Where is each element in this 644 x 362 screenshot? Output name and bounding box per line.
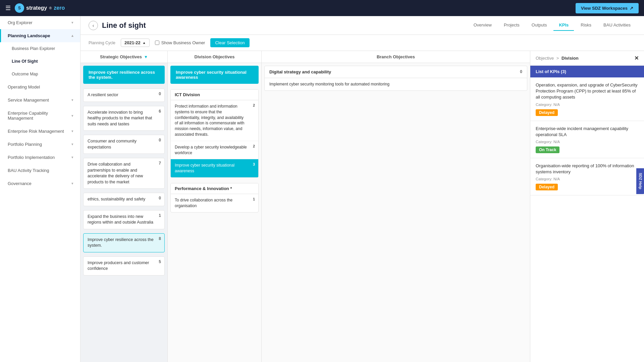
chevron-down-icon: ▾: [71, 98, 73, 102]
strategic-card-producers[interactable]: 5 Improve producers and customer confide…: [83, 256, 165, 276]
kpi-status-delayed-2: Delayed: [536, 184, 558, 190]
sidebar-item-service-management[interactable]: Service Management ▾: [0, 94, 80, 107]
ict-section-header: ICT Division: [171, 89, 258, 100]
sidebar-item-enterprise-capability[interactable]: Enterprise Capability Management ▾: [0, 107, 80, 125]
tab-outputs[interactable]: Outputs: [526, 20, 552, 31]
view-sdz-button[interactable]: View SDZ Workspaces ↗: [576, 3, 639, 13]
show-owner-input[interactable]: [155, 41, 159, 45]
strategic-objectives-column: Strategic Objectives ▼ Improve cyber res…: [80, 51, 168, 362]
kpi-close-button[interactable]: ✕: [634, 55, 639, 61]
sidebar-item-planning-landscape[interactable]: Planning Landscape ▴: [0, 29, 80, 42]
sidebar-item-governance[interactable]: Governance ▾: [0, 177, 80, 190]
kpi-breadcrumb: Objective > Division: [536, 56, 579, 61]
division-section-performance: Performance & Innovation * 1 To drive co…: [170, 183, 259, 213]
division-highlight-card[interactable]: Improve cyber security situational aware…: [170, 66, 259, 84]
div-card-cyber-awareness[interactable]: 3 Improve cyber security situational awa…: [171, 159, 258, 177]
chevron-down-icon: ▾: [71, 129, 73, 133]
strategic-card-resilient[interactable]: 0 A resilient sector: [83, 88, 165, 102]
logo-icon: S: [15, 3, 24, 13]
sdz-help-tab[interactable]: SDZ Help: [637, 168, 644, 194]
kpi-list-header: List of KPIs (3): [530, 66, 644, 77]
strategic-card-consumer[interactable]: 0 Consumer and community expectations: [83, 135, 165, 154]
tab-projects[interactable]: Projects: [498, 20, 525, 31]
logo-registered: ®: [49, 6, 52, 10]
sidebar-item-outcome-map[interactable]: Outcome Map: [0, 68, 80, 80]
sidebar-item-org-explorer[interactable]: Org Explorer ▾: [0, 16, 80, 29]
chevron-down-icon: ▾: [71, 20, 73, 25]
sidebar-item-enterprise-risk[interactable]: Enterprise Risk Management ▾: [0, 125, 80, 138]
performance-section-header: Performance & Innovation *: [171, 183, 258, 194]
chevron-up-icon: ▴: [71, 34, 73, 38]
chevron-down-icon: ▾: [71, 142, 73, 146]
kpi-item-2[interactable]: Enterprise-wide incident management capa…: [530, 121, 644, 158]
sidebar-item-line-of-sight[interactable]: Line Of Sight: [0, 55, 80, 68]
sidebar-item-bau-tracking[interactable]: BAU Activity Tracking: [0, 164, 80, 177]
tab-kpis[interactable]: KPIs: [553, 20, 574, 31]
kpi-panel-header: Objective > Division ✕: [530, 51, 644, 66]
tab-overview[interactable]: Overview: [468, 20, 497, 31]
filter-icon[interactable]: ▼: [144, 55, 148, 59]
branch-card-cyber-monitoring[interactable]: Implement cyber security monitoring tool…: [265, 78, 527, 90]
columns-area: Strategic Objectives ▼ Improve cyber res…: [80, 51, 644, 362]
logo-zero: zero: [54, 5, 65, 11]
sidebar-item-portfolio-planning[interactable]: Portfolio Planning ▾: [0, 138, 80, 151]
page-header: ‹ Line of sight Overview Projects Output…: [80, 16, 644, 35]
strategic-objectives-header: Strategic Objectives ▼: [80, 51, 167, 63]
back-button[interactable]: ‹: [89, 21, 98, 30]
strategic-card-expand[interactable]: 1 Expand the business into new regions w…: [83, 210, 165, 229]
page-tabs: Overview Projects Outputs KPIs Risks BAU…: [468, 20, 636, 31]
hamburger-menu-icon[interactable]: ☰: [5, 4, 11, 12]
branch-objectives-column: Branch Objectives Digital strategy and c…: [262, 51, 530, 362]
sidebar: Org Explorer ▾ Planning Landscape ▴ Busi…: [0, 16, 80, 362]
division-objectives-header: Division Objectives: [168, 51, 261, 63]
division-section-ict: ICT Division 2 Protect information and i…: [170, 89, 259, 178]
logo-text: strategy: [26, 5, 47, 11]
digital-section-header: Digital strategy and capability 0: [265, 66, 527, 78]
logo: S strategy ® zero: [15, 3, 65, 13]
branch-section-digital: Digital strategy and capability 0 Implem…: [264, 66, 527, 91]
sidebar-item-operating-model[interactable]: Operating Model: [0, 80, 80, 94]
kpi-status-on-track: On Track: [536, 146, 559, 153]
chevron-down-icon: ▾: [71, 181, 73, 186]
strategic-card-innovate[interactable]: 6 Accelerate innovation to bring healthy…: [83, 106, 165, 131]
div-card-drive-collab[interactable]: 1 To drive collaboration across the orga…: [171, 194, 258, 212]
strategic-highlight-card[interactable]: Improve cyber resilience across the syst…: [83, 66, 165, 84]
kpi-status-delayed: Delayed: [536, 109, 558, 116]
div-card-cyber-workforce[interactable]: 2 Develop a cyber security knowledgeable…: [171, 141, 258, 160]
clear-selection-button[interactable]: Clear Selection: [210, 38, 249, 47]
page-title: Line of sight: [102, 21, 146, 30]
sidebar-item-portfolio-impl[interactable]: Portfolio Implementation ▾: [0, 151, 80, 164]
toolbar: Planning Cycle 2021-22 ▲ Show Business O…: [80, 35, 644, 51]
strategic-card-ethics[interactable]: 0 ethics, sustainability and safety: [83, 193, 165, 206]
strategic-card-cyber-resilience[interactable]: 8 Improve cyber resilience across the sy…: [83, 233, 165, 252]
kpi-panel: Objective > Division ✕ List of KPIs (3) …: [530, 51, 644, 362]
main-content: ‹ Line of sight Overview Projects Output…: [80, 16, 644, 362]
planning-cycle-dropdown[interactable]: 2021-22 ▲: [121, 39, 150, 47]
div-card-protect-info[interactable]: 2 Protect information and information sy…: [171, 100, 258, 141]
tab-risks[interactable]: Risks: [575, 20, 597, 31]
planning-cycle-label: Planning Cycle: [89, 41, 115, 45]
strategic-card-collaborate[interactable]: 7 Drive collaboration and partnerships t…: [83, 158, 165, 189]
kpi-item-1[interactable]: Operation, expansion, and upgrade of Cyb…: [530, 77, 644, 121]
tab-bau[interactable]: BAU Activities: [598, 20, 636, 31]
kpi-item-3[interactable]: Organisation-wide reporting of 100% of i…: [530, 158, 644, 195]
sidebar-item-business-plan[interactable]: Business Plan Explorer: [0, 42, 80, 55]
chevron-down-icon: ▾: [71, 155, 73, 160]
division-objectives-column: Division Objectives Improve cyber securi…: [168, 51, 262, 362]
chevron-down-icon: ▾: [71, 114, 73, 118]
show-business-owner-checkbox[interactable]: Show Business Owner: [155, 40, 205, 45]
top-navigation: ☰ S strategy ® zero View SDZ Workspaces …: [0, 0, 644, 16]
branch-objectives-header: Branch Objectives: [262, 51, 530, 63]
